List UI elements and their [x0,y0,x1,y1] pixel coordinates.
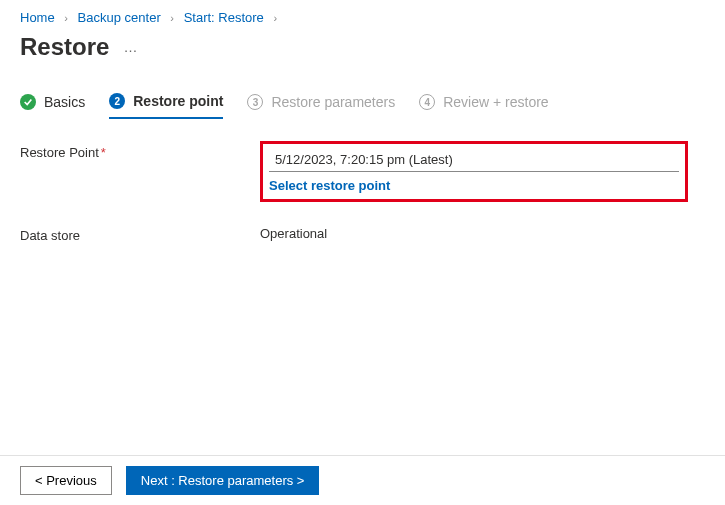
restore-point-row: Restore Point* Select restore point [20,141,705,202]
wizard-step-label: Review + restore [443,94,548,110]
breadcrumb-backup-center[interactable]: Backup center [78,10,161,25]
required-icon: * [101,145,106,160]
more-menu-icon[interactable]: … [123,39,137,55]
restore-point-highlight: Select restore point [260,141,688,202]
restore-point-label: Restore Point* [20,141,260,160]
wizard-step-label: Restore parameters [271,94,395,110]
form-area: Restore Point* Select restore point Data… [0,119,725,287]
chevron-right-icon: › [64,12,68,24]
wizard-step-label: Restore point [133,93,223,109]
step-number-icon: 2 [109,93,125,109]
chevron-right-icon: › [170,12,174,24]
wizard-step-label: Basics [44,94,85,110]
next-button[interactable]: Next : Restore parameters > [126,466,320,495]
wizard-steps: Basics 2 Restore point 3 Restore paramet… [0,79,725,119]
previous-button[interactable]: < Previous [20,466,112,495]
step-number-icon: 4 [419,94,435,110]
wizard-step-restore-parameters[interactable]: 3 Restore parameters [247,94,395,118]
breadcrumb: Home › Backup center › Start: Restore › [0,0,725,31]
page-header: Restore … [0,31,725,79]
wizard-footer: < Previous Next : Restore parameters > [0,455,725,505]
chevron-right-icon: › [273,12,277,24]
check-circle-icon [20,94,36,110]
data-store-label: Data store [20,224,260,243]
breadcrumb-home[interactable]: Home [20,10,55,25]
data-store-value: Operational [260,224,705,241]
step-number-icon: 3 [247,94,263,110]
wizard-step-review-restore[interactable]: 4 Review + restore [419,94,548,118]
page-title: Restore [20,33,109,61]
data-store-row: Data store Operational [20,224,705,243]
select-restore-point-link[interactable]: Select restore point [269,178,390,193]
wizard-step-basics[interactable]: Basics [20,94,85,118]
breadcrumb-start-restore[interactable]: Start: Restore [184,10,264,25]
restore-point-input[interactable] [269,148,679,172]
wizard-step-restore-point[interactable]: 2 Restore point [109,93,223,119]
